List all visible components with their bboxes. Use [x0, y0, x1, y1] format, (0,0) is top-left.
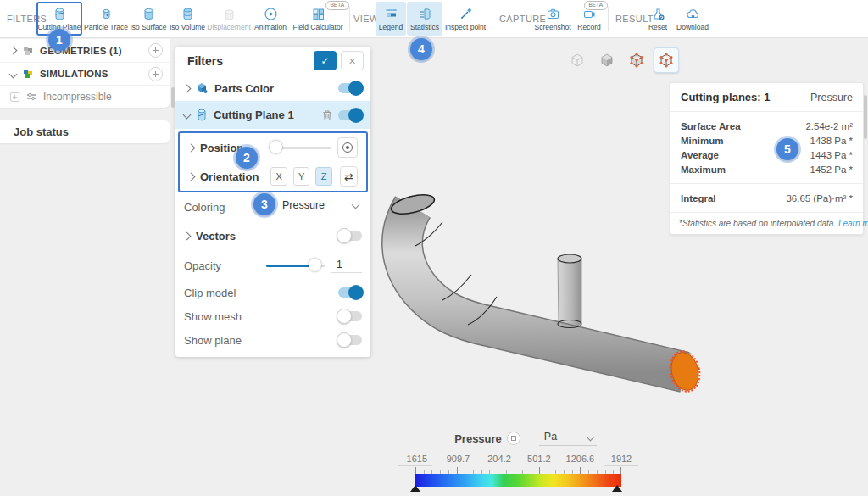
position-slider[interactable]	[269, 141, 331, 154]
opacity-slider[interactable]	[266, 259, 326, 272]
add-geometry-button[interactable]	[148, 43, 163, 58]
stat-value: 1443 Pa *	[810, 150, 853, 160]
animation-button[interactable]: Animation	[252, 2, 289, 36]
particle-trace-button[interactable]: Particle Trace	[84, 2, 128, 36]
legend-scale-settings-button[interactable]	[507, 432, 520, 445]
render-mode-toolbar	[565, 47, 679, 73]
surfaces-edges-cube-icon	[659, 53, 674, 68]
chevron-down-icon	[183, 111, 192, 120]
toggle-knob	[337, 332, 352, 348]
flip-orientation-button[interactable]: ⇄	[340, 166, 358, 187]
axis-y-button[interactable]: Y	[293, 167, 309, 186]
filters-panel-header: Filters ✓ ×	[175, 47, 370, 75]
badge-number: 1	[56, 33, 63, 47]
axis-x-button[interactable]: X	[270, 167, 287, 186]
axis-z-label: Z	[321, 171, 327, 181]
job-status-label: Job status	[14, 125, 69, 138]
clip-model-toggle[interactable]	[338, 287, 362, 298]
legend-min-value[interactable]: -1615	[403, 454, 427, 464]
expand-icon[interactable]	[10, 92, 19, 102]
iso-volume-button[interactable]: Iso Volume	[169, 2, 206, 36]
reset-button[interactable]: Reset	[643, 2, 672, 36]
badge-number: 3	[261, 198, 268, 211]
chevron-right-icon	[187, 172, 196, 181]
toolbar-divider	[608, 7, 609, 31]
legend-max-value[interactable]: 1912	[611, 454, 632, 464]
statistics-title: Cutting planes: 1	[681, 91, 770, 103]
pick-position-button[interactable]	[337, 137, 358, 158]
min-field-underline	[398, 465, 432, 466]
iso-surface-button[interactable]: Iso Surface	[129, 2, 168, 36]
legend-button[interactable]: Legend	[376, 2, 406, 36]
show-mesh-toggle[interactable]	[338, 311, 362, 321]
coloring-label: Coloring	[184, 201, 225, 214]
legend-unit-select[interactable]: Pa	[539, 431, 597, 446]
chevron-down-icon	[352, 201, 360, 209]
field-calculator-button[interactable]: BETA Field Calculator	[290, 2, 346, 36]
viewport-3d-model[interactable]	[373, 178, 712, 407]
vectors-row[interactable]: Vectors	[175, 221, 370, 250]
vectors-toggle[interactable]	[338, 231, 362, 241]
coloring-select[interactable]: Pressure	[281, 199, 362, 215]
inspect-point-button[interactable]: Inspect point	[443, 2, 487, 36]
stat-row-average: Average 1443 Pa *	[681, 148, 853, 162]
render-mode-solid-button[interactable]	[594, 47, 620, 73]
chevron-down-icon	[9, 70, 18, 78]
add-simulation-button[interactable]	[148, 67, 163, 81]
legend-tick-labels: -1615 -909.7 -204.2 501.2 1206.6 1912	[390, 454, 661, 466]
apply-filters-button[interactable]: ✓	[314, 51, 337, 70]
statistics-button[interactable]: Statistics	[407, 2, 442, 36]
download-button[interactable]: Download	[674, 2, 711, 36]
axis-z-button[interactable]: Z	[315, 167, 331, 186]
solid-cube-icon	[599, 53, 615, 68]
chevron-right-icon	[183, 231, 192, 240]
sidebar-item-simulations[interactable]: SIMULATIONS	[0, 62, 170, 85]
orientation-row[interactable]: Orientation X Y Z ⇄	[180, 162, 366, 191]
parts-color-row[interactable]: Parts Color	[175, 75, 370, 101]
learn-more-link[interactable]: Learn more	[838, 219, 868, 228]
stat-value: 2.54e-2 m²	[805, 121, 853, 131]
record-button[interactable]: BETA Record	[574, 2, 604, 36]
opacity-value-field[interactable]: 1	[331, 259, 362, 273]
cutting-plane-row[interactable]: Cutting Plane 1	[175, 101, 370, 129]
parts-color-label: Parts Color	[214, 82, 274, 95]
stat-value: 1438 Pa *	[810, 136, 853, 146]
delete-trash-icon[interactable]	[322, 109, 332, 121]
sidebar-item-incompressible[interactable]: Incompressible	[0, 85, 170, 108]
sidebar-item-geometries[interactable]: GEOMETRIES (1)	[0, 39, 170, 62]
render-mode-surfaces-button[interactable]	[624, 47, 649, 73]
chevron-down-icon	[586, 432, 594, 441]
particle-trace-icon	[99, 7, 114, 21]
render-mode-wireframe-button[interactable]	[565, 47, 590, 73]
legend-unit-value: Pa	[544, 431, 557, 443]
page-scrollbar-thumb[interactable]	[864, 95, 867, 139]
wireframe-cube-icon	[570, 53, 585, 68]
pipe-branch	[558, 259, 581, 328]
vectors-label: Vectors	[196, 230, 236, 242]
render-mode-surfaces-edges-button[interactable]	[654, 47, 679, 73]
position-slider-handle[interactable]	[270, 141, 282, 153]
major-tickmark	[539, 467, 540, 474]
show-plane-toggle[interactable]	[338, 335, 362, 345]
pressure-colorbar[interactable]	[415, 474, 621, 487]
sidebar-scrollbar-thumb[interactable]	[171, 87, 175, 108]
parts-color-toggle[interactable]	[338, 83, 362, 93]
screenshot-button[interactable]: Screenshot	[534, 2, 571, 36]
coloring-value: Pressure	[282, 199, 325, 211]
range-max-handle[interactable]	[612, 485, 622, 492]
position-row[interactable]: Position	[180, 133, 366, 162]
range-min-handle[interactable]	[410, 485, 420, 492]
beta-badge: BETA	[326, 1, 350, 10]
close-filters-button[interactable]: ×	[341, 51, 364, 70]
displacement-button[interactable]: Displacement	[207, 2, 251, 36]
scale-settings-icon	[511, 436, 516, 441]
job-status-panel[interactable]: Job status	[0, 120, 170, 143]
toggle-knob	[348, 108, 364, 123]
show-plane-row: Show plane	[175, 328, 370, 352]
statistics-header: Cutting planes: 1 Pressure	[670, 83, 863, 112]
opacity-slider-handle[interactable]	[309, 259, 321, 271]
cutting-plane-toggle[interactable]	[338, 110, 362, 120]
opacity-row: Opacity 1	[175, 250, 370, 281]
legend: Pressure Pa -1615 -909.7 -204.2 501.2 12…	[390, 430, 661, 487]
target-icon	[342, 142, 353, 153]
